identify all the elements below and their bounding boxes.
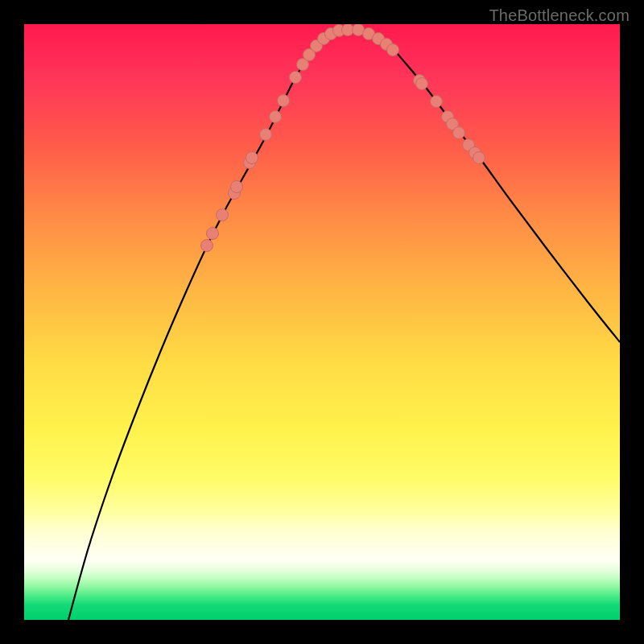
data-dot [387,44,399,56]
watermark-text: TheBottleneck.com [489,6,630,25]
data-dot [260,129,272,141]
data-dot [217,209,229,221]
data-dot [416,78,428,90]
dots-group [201,24,485,252]
data-dot [231,181,243,193]
data-dot [278,95,290,107]
chart-frame [24,24,620,620]
data-dot [246,152,258,164]
data-dot [473,152,485,164]
data-dot [201,240,213,252]
data-dot [431,96,443,108]
data-dot [453,127,465,139]
data-dot [270,111,282,123]
chart-svg [24,24,620,620]
data-dot [207,228,219,240]
bottleneck-curve [68,29,620,620]
data-dot [290,72,302,84]
